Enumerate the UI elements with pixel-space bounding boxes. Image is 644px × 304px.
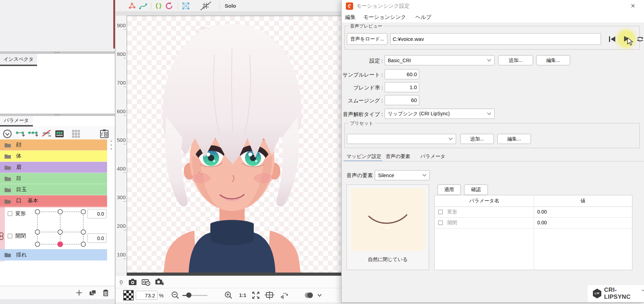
background-swatch[interactable]: [123, 290, 134, 301]
param-folder-brow[interactable]: 眉: [0, 162, 107, 173]
add-2point-keyform-icon[interactable]: [15, 129, 25, 138]
param-folder-mouth[interactable]: 口 基本: [0, 195, 107, 207]
screenshot-icon[interactable]: [128, 278, 137, 286]
load-audio-button[interactable]: 音声をロード...: [347, 33, 387, 45]
view-mode-toggle[interactable]: [303, 291, 315, 299]
param-scrollbar[interactable]: [110, 140, 113, 150]
blend-ratio-input[interactable]: [385, 82, 419, 92]
preset-add-button[interactable]: 追加...: [460, 134, 494, 144]
canvas-toolbar: Solo: [115, 0, 341, 12]
zoom-slider[interactable]: [182, 294, 208, 296]
keyform-editor-icon[interactable]: [55, 130, 64, 138]
multi-keypoint-grid-icon[interactable]: [71, 129, 80, 138]
chevron-down-icon: [487, 59, 491, 62]
snapshot-bar: 0: [115, 276, 341, 288]
folder-label: 眉: [16, 164, 21, 171]
menu-motionsync[interactable]: モーションシンク: [363, 14, 406, 21]
tab-inspector[interactable]: インスペクタ: [0, 54, 37, 66]
splitter-horizontal-2[interactable]: •••: [0, 114, 115, 116]
folder-icon: [4, 142, 11, 148]
setting-select[interactable]: Basic_CRI: [385, 55, 495, 65]
zoom-percent-input[interactable]: [136, 291, 158, 300]
curve-tool-icon[interactable]: [139, 2, 147, 10]
menu-edit[interactable]: 編集: [345, 14, 356, 21]
collapse-all-icon[interactable]: [3, 129, 12, 138]
remove-keyform-icon[interactable]: [41, 129, 52, 138]
tab-parameters[interactable]: パラメータ: [420, 153, 445, 160]
dialog-titlebar[interactable]: モーションシンク設定 ×: [342, 0, 644, 12]
row-param-value[interactable]: 0.00: [537, 209, 547, 215]
setting-select-value: Basic_CRI: [388, 58, 411, 63]
delete-icon[interactable]: [102, 289, 109, 297]
fit-view-icon[interactable]: [251, 291, 260, 300]
param-value-deform[interactable]: [88, 209, 106, 218]
preset-edit-button[interactable]: 編集...: [497, 134, 531, 144]
folder-icon: [4, 165, 11, 170]
model-viewport[interactable]: [127, 16, 341, 273]
zoom-out-icon[interactable]: [171, 291, 180, 299]
row-checkbox[interactable]: [438, 210, 443, 214]
link-params-icon[interactable]: [0, 232, 5, 241]
deformer-brackets-icon[interactable]: [155, 2, 162, 10]
confirm-button[interactable]: 確認: [464, 184, 488, 195]
add-parameter-icon[interactable]: [76, 289, 83, 296]
param-folder-sway[interactable]: 揺れ: [0, 249, 107, 261]
preset-select[interactable]: [347, 134, 456, 144]
param-checkbox-deform[interactable]: [8, 211, 12, 216]
row-param-value[interactable]: 0.00: [537, 220, 547, 225]
mouth-preview-image: [351, 188, 425, 251]
zoom-in-icon[interactable]: [224, 291, 233, 299]
param-checkbox-openclose[interactable]: [8, 234, 12, 238]
setting-add-button[interactable]: 追加...: [498, 55, 533, 65]
folder-label: 目玉: [16, 186, 27, 193]
mesh-tool-icon[interactable]: [128, 2, 136, 10]
param-folder-eyeball[interactable]: 目玉: [0, 184, 107, 195]
smoothing-label: スムージング :: [342, 97, 383, 104]
audio-element-select[interactable]: Silence: [375, 170, 430, 180]
view-mode-chevron[interactable]: [317, 294, 322, 297]
table-row-openclose[interactable]: 開閉 0.00: [435, 217, 632, 229]
zoom-slider-thumb[interactable]: [186, 292, 191, 298]
loop-icon[interactable]: [636, 35, 644, 43]
keypoint-current: [57, 241, 63, 247]
apply-button[interactable]: 適用: [438, 184, 461, 195]
audio-file-path-input[interactable]: [390, 33, 601, 45]
splitter-horizontal[interactable]: •••: [0, 51, 115, 54]
actual-size-button[interactable]: 1:1: [239, 292, 246, 298]
rotate-deformer-icon[interactable]: [165, 2, 174, 10]
tab-audio-elements[interactable]: 音声の要素: [386, 153, 410, 160]
menu-help[interactable]: ヘルプ: [415, 14, 431, 21]
grid-toggle-icon[interactable]: [200, 1, 212, 10]
sample-rate-input[interactable]: [385, 69, 419, 79]
parameter-tab-label: パラメータ: [4, 117, 29, 124]
canvas-hscrollbar[interactable]: [127, 273, 341, 276]
mouse-cursor: [627, 37, 634, 46]
row-checkbox[interactable]: [438, 220, 443, 225]
keyform-grid[interactable]: [33, 209, 89, 250]
canvas-frame-icon[interactable]: [265, 291, 274, 299]
inspector-tab-label: インスペクタ: [4, 56, 34, 63]
analysis-type-select[interactable]: リップシンク (CRI LipSync): [385, 109, 495, 119]
param-value-openclose[interactable]: [88, 233, 106, 243]
add-3point-keyform-icon[interactable]: [28, 129, 38, 138]
clipboard-panel-icon[interactable]: [99, 129, 109, 139]
setting-edit-button[interactable]: 編集...: [536, 55, 570, 65]
folder-label: 顔: [16, 142, 21, 148]
open-folder-icon: [4, 198, 11, 204]
table-row-deform[interactable]: 変形 0.00: [435, 207, 632, 218]
cri-app-icon: [346, 2, 353, 10]
timed-capture-icon[interactable]: [141, 278, 150, 286]
reset-rotation-icon[interactable]: [279, 291, 289, 299]
transform-box-icon[interactable]: [182, 2, 190, 10]
duplicate-icon[interactable]: [89, 289, 97, 296]
param-folder-face[interactable]: 顔: [0, 139, 107, 151]
skip-to-start-icon[interactable]: [608, 35, 616, 43]
close-icon[interactable]: ×: [631, 1, 635, 10]
capture-export-icon[interactable]: [155, 278, 164, 286]
param-folder-eye[interactable]: 目: [0, 173, 107, 184]
tab-mapping-settings[interactable]: マッピング設定: [346, 153, 382, 160]
param-folder-body[interactable]: 体: [0, 151, 107, 162]
solo-toggle[interactable]: Solo: [225, 3, 236, 9]
tab-parameter[interactable]: パラメータ: [0, 116, 33, 126]
smoothing-input[interactable]: [385, 95, 419, 105]
